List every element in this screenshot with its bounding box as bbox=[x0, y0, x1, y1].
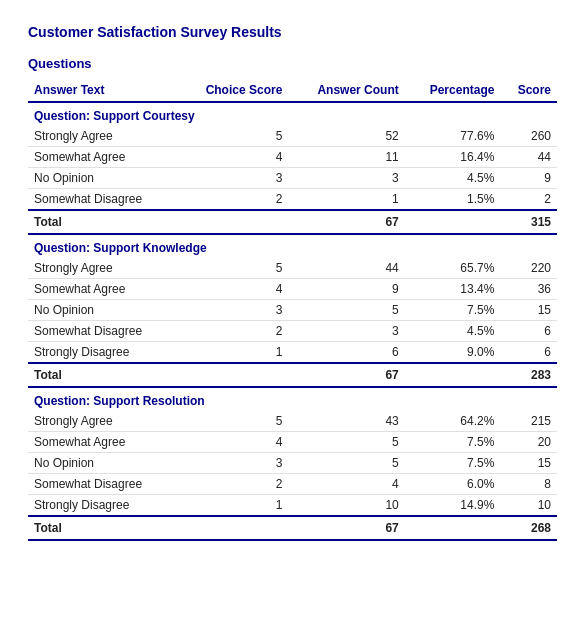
cell-percentage: 4.5% bbox=[405, 168, 501, 189]
cell-percentage: 64.2% bbox=[405, 411, 501, 432]
cell-answer: No Opinion bbox=[28, 168, 178, 189]
cell-percentage: 6.0% bbox=[405, 474, 501, 495]
total-value-2: 67 bbox=[288, 363, 404, 387]
cell-percentage: 7.5% bbox=[405, 453, 501, 474]
cell-answer: Strongly Agree bbox=[28, 411, 178, 432]
cell-answer: Somewhat Agree bbox=[28, 279, 178, 300]
total-value-2: 67 bbox=[288, 516, 404, 540]
cell-score: 6 bbox=[500, 321, 557, 342]
cell-choicescore: 1 bbox=[178, 342, 289, 364]
cell-percentage: 7.5% bbox=[405, 432, 501, 453]
table-row: No Opinion357.5%15 bbox=[28, 453, 557, 474]
cell-answer: Somewhat Disagree bbox=[28, 474, 178, 495]
cell-choicescore: 3 bbox=[178, 300, 289, 321]
cell-answercount: 1 bbox=[288, 189, 404, 211]
total-row: Total67283 bbox=[28, 363, 557, 387]
cell-choicescore: 2 bbox=[178, 321, 289, 342]
cell-answer: Strongly Agree bbox=[28, 126, 178, 147]
question-row: Question: Support Resolution bbox=[28, 387, 557, 411]
cell-score: 44 bbox=[500, 147, 557, 168]
cell-percentage: 77.6% bbox=[405, 126, 501, 147]
total-value-4: 283 bbox=[500, 363, 557, 387]
cell-answercount: 52 bbox=[288, 126, 404, 147]
cell-score: 9 bbox=[500, 168, 557, 189]
total-label: Total bbox=[28, 210, 178, 234]
table-row: Strongly Agree54465.7%220 bbox=[28, 258, 557, 279]
question-row: Question: Support Courtesy bbox=[28, 102, 557, 126]
total-row: Total67315 bbox=[28, 210, 557, 234]
cell-score: 2 bbox=[500, 189, 557, 211]
col-choice-score: Choice Score bbox=[178, 79, 289, 102]
cell-percentage: 13.4% bbox=[405, 279, 501, 300]
table-row: Somewhat Agree4913.4%36 bbox=[28, 279, 557, 300]
cell-choicescore: 2 bbox=[178, 474, 289, 495]
cell-score: 260 bbox=[500, 126, 557, 147]
cell-answercount: 11 bbox=[288, 147, 404, 168]
table-row: Somewhat Disagree234.5%6 bbox=[28, 321, 557, 342]
cell-answercount: 3 bbox=[288, 321, 404, 342]
total-value-1 bbox=[178, 516, 289, 540]
cell-answercount: 43 bbox=[288, 411, 404, 432]
cell-answercount: 4 bbox=[288, 474, 404, 495]
page-title: Customer Satisfaction Survey Results bbox=[28, 24, 557, 40]
cell-answer: Somewhat Agree bbox=[28, 432, 178, 453]
total-value-4: 315 bbox=[500, 210, 557, 234]
cell-answercount: 5 bbox=[288, 300, 404, 321]
cell-choicescore: 3 bbox=[178, 168, 289, 189]
cell-score: 215 bbox=[500, 411, 557, 432]
cell-percentage: 1.5% bbox=[405, 189, 501, 211]
cell-choicescore: 5 bbox=[178, 126, 289, 147]
cell-answercount: 9 bbox=[288, 279, 404, 300]
table-row: Somewhat Agree41116.4%44 bbox=[28, 147, 557, 168]
cell-answer: Strongly Disagree bbox=[28, 342, 178, 364]
question-label: Question: Support Resolution bbox=[28, 387, 557, 411]
col-answer-count: Answer Count bbox=[288, 79, 404, 102]
total-label: Total bbox=[28, 363, 178, 387]
cell-choicescore: 2 bbox=[178, 189, 289, 211]
cell-score: 220 bbox=[500, 258, 557, 279]
cell-answer: No Opinion bbox=[28, 300, 178, 321]
total-value-2: 67 bbox=[288, 210, 404, 234]
total-value-1 bbox=[178, 210, 289, 234]
question-row: Question: Support Knowledge bbox=[28, 234, 557, 258]
cell-score: 10 bbox=[500, 495, 557, 517]
cell-score: 20 bbox=[500, 432, 557, 453]
total-value-3 bbox=[405, 210, 501, 234]
cell-percentage: 7.5% bbox=[405, 300, 501, 321]
total-value-3 bbox=[405, 516, 501, 540]
col-percentage: Percentage bbox=[405, 79, 501, 102]
cell-score: 36 bbox=[500, 279, 557, 300]
cell-choicescore: 4 bbox=[178, 279, 289, 300]
col-answer-text: Answer Text bbox=[28, 79, 178, 102]
table-row: Somewhat Disagree211.5%2 bbox=[28, 189, 557, 211]
table-row: Strongly Disagree11014.9%10 bbox=[28, 495, 557, 517]
cell-score: 8 bbox=[500, 474, 557, 495]
table-row: No Opinion357.5%15 bbox=[28, 300, 557, 321]
table-row: Strongly Disagree169.0%6 bbox=[28, 342, 557, 364]
cell-answercount: 3 bbox=[288, 168, 404, 189]
col-score: Score bbox=[500, 79, 557, 102]
cell-answer: Strongly Disagree bbox=[28, 495, 178, 517]
table-row: Strongly Agree55277.6%260 bbox=[28, 126, 557, 147]
cell-percentage: 16.4% bbox=[405, 147, 501, 168]
cell-answer: Strongly Agree bbox=[28, 258, 178, 279]
table-row: Somewhat Agree457.5%20 bbox=[28, 432, 557, 453]
cell-score: 15 bbox=[500, 453, 557, 474]
question-label: Question: Support Knowledge bbox=[28, 234, 557, 258]
cell-percentage: 4.5% bbox=[405, 321, 501, 342]
cell-answercount: 5 bbox=[288, 453, 404, 474]
section-title: Questions bbox=[28, 56, 557, 71]
cell-score: 6 bbox=[500, 342, 557, 364]
cell-percentage: 65.7% bbox=[405, 258, 501, 279]
total-value-4: 268 bbox=[500, 516, 557, 540]
cell-answercount: 5 bbox=[288, 432, 404, 453]
table-row: No Opinion334.5%9 bbox=[28, 168, 557, 189]
cell-answer: Somewhat Agree bbox=[28, 147, 178, 168]
cell-answer: Somewhat Disagree bbox=[28, 189, 178, 211]
cell-answer: No Opinion bbox=[28, 453, 178, 474]
cell-answercount: 6 bbox=[288, 342, 404, 364]
cell-choicescore: 4 bbox=[178, 432, 289, 453]
cell-choicescore: 5 bbox=[178, 411, 289, 432]
survey-results-table: Answer Text Choice Score Answer Count Pe… bbox=[28, 79, 557, 541]
total-row: Total67268 bbox=[28, 516, 557, 540]
